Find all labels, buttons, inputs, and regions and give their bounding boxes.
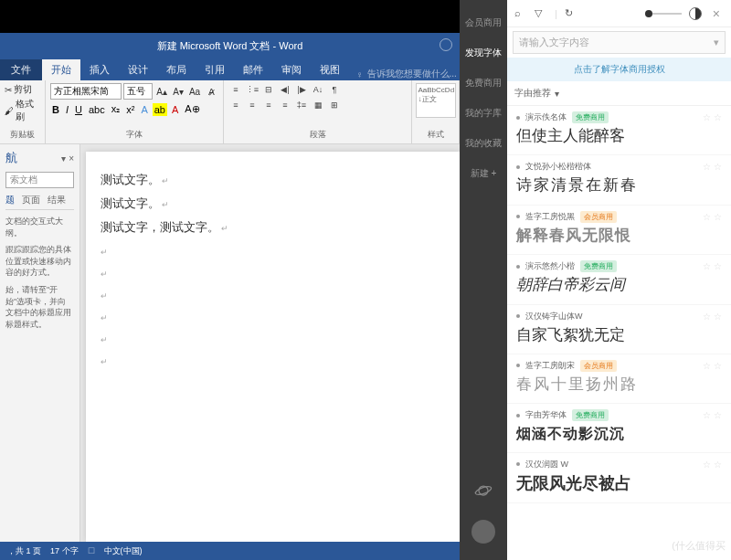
favorite-stars[interactable]: ☆ ☆ [703,312,722,322]
tab-references[interactable]: 引用 [196,59,234,80]
clear-format-button[interactable]: A̷ [204,84,218,99]
text-effects-button[interactable]: A [139,103,149,116]
favorite-stars[interactable]: ☆ ☆ [703,261,722,271]
favorite-stars[interactable]: ☆ ☆ [703,410,722,420]
font-search-input[interactable]: 请输入文字内容 ▾ [513,31,726,54]
tab-design[interactable]: 设计 [119,59,157,80]
align-left-button[interactable]: ≡ [228,99,243,111]
nav-title: 航 ▾ × [5,150,74,166]
show-marks-button[interactable]: ¶ [327,83,342,96]
license-banner[interactable]: 点击了解字体商用授权 [507,58,731,81]
license-badge: 会员商用 [580,211,617,223]
change-case-button[interactable]: Aa [187,84,202,99]
font-list-item[interactable]: 汉仪润圆 W ☆ ☆ 无限风光尽被占 [507,453,731,504]
status-page[interactable]: ，共 1 页 [7,545,41,557]
multilevel-button[interactable]: ⊟ [261,83,276,96]
nav-help-text-1: 文档的交互式大纲。 [5,216,74,238]
font-list-item[interactable]: 汉仪铸字山体W ☆ ☆ 自家飞絮犹无定 [507,305,731,354]
filter-dropdown[interactable]: 字由推荐 ▾ [507,81,731,106]
decrease-indent-button[interactable]: ◀| [278,83,292,96]
refresh-icon[interactable]: ↻ [565,7,577,20]
increase-indent-button[interactable]: |▶ [294,83,309,96]
tab-insert[interactable]: 插入 [80,59,119,80]
lightbulb-icon: ♀ [356,69,364,79]
shading-button[interactable]: ▦ [311,99,325,111]
font-list-item[interactable]: 造字工房悦黑 会员商用 ☆ ☆ 解释春风无限恨 [507,206,731,255]
favorite-stars[interactable]: ☆ ☆ [703,212,722,222]
sidebar-item-new[interactable]: 新建 + [467,160,501,186]
font-list-item[interactable]: 字由芳华体 免费商用 ☆ ☆ 烟涵不动影沉沉 [507,404,731,452]
subscript-button[interactable]: x₂ [110,102,122,116]
shrink-font-button[interactable]: A▾ [171,84,185,99]
font-list-item[interactable]: 演示悠然小楷 免费商用 ☆ ☆ 朝辞白帝彩云间 [507,255,731,304]
sidebar-item-member[interactable]: 会员商用 [461,9,505,36]
tab-review[interactable]: 审阅 [272,59,311,80]
favorite-stars[interactable]: ☆ ☆ [703,361,722,371]
font-list-item[interactable]: 造字工房朗宋 会员商用 ☆ ☆ 春风十里扬州路 [507,354,731,404]
tell-me-search[interactable]: ♀ 告诉我您想要做什么... [349,68,460,80]
nav-dropdown-icon[interactable]: ▾ × [61,153,74,164]
sidebar-item-favorites[interactable]: 我的收藏 [461,130,505,156]
format-painter-button[interactable]: 🖌格式刷 [5,98,40,123]
status-words[interactable]: 17 个字 [50,545,79,557]
align-right-button[interactable]: ≡ [261,99,276,111]
contrast-toggle[interactable] [689,7,702,20]
nav-help-text-2: 跟踪跟踪您的具体位置或快速移动内容的好方式。 [5,244,74,279]
favorite-stars[interactable]: ☆ ☆ [703,162,722,172]
phonetic-guide-button[interactable]: A⊕ [183,102,201,116]
justify-button[interactable]: ≡ [278,99,292,111]
planet-icon[interactable] [472,480,494,502]
tab-home[interactable]: 开始 [42,59,80,80]
sort-button[interactable]: A↓ [311,83,325,96]
sidebar-item-discover[interactable]: 发现字体 [461,39,505,66]
user-avatar[interactable] [471,520,495,544]
nav-tab-headings[interactable]: 题 [5,194,15,206]
favorite-stars[interactable]: ☆ ☆ [703,112,722,122]
grow-font-button[interactable]: A▴ [154,84,169,99]
size-slider[interactable] [645,13,682,15]
doc-empty-line [101,327,445,349]
tab-layout[interactable]: 布局 [157,59,196,80]
align-center-button[interactable]: ≡ [245,99,260,111]
font-list: 演示佚名体 免费商用 ☆ ☆ 但使主人能醉客 文悦孙小松楷楷体 ☆ ☆ 诗家清景… [507,106,731,560]
font-name-label: 汉仪铸字山体W [525,311,583,322]
italic-button[interactable]: I [64,103,70,116]
superscript-button[interactable]: x² [124,103,136,116]
filter-icon[interactable]: ▽ [535,7,547,20]
font-name-select[interactable] [50,83,122,100]
document-canvas[interactable]: 测试文字。 测试文字。 测试文字，测试文字。 [86,152,460,542]
font-color-button[interactable]: A [170,103,180,116]
font-list-item[interactable]: 文悦孙小松楷楷体 ☆ ☆ 诗家清景在新春 [507,155,731,205]
favorite-stars[interactable]: ☆ ☆ [703,460,722,470]
sidebar-item-library[interactable]: 我的字库 [461,100,505,126]
nav-tab-results[interactable]: 结果 [48,194,66,206]
font-name-label: 造字工房朗宋 [525,360,575,372]
strikethrough-button[interactable]: abc [87,103,107,116]
tab-file[interactable]: 文件 [0,59,42,80]
sidebar-item-free[interactable]: 免费商用 [461,69,505,96]
font-preview-text: 朝辞白帝彩云间 [516,276,722,294]
borders-button[interactable]: ⊞ [327,99,342,111]
nav-tab-pages[interactable]: 页面 [22,194,40,206]
bullets-button[interactable]: ≡ [228,83,243,96]
scissors-icon: ✂ [5,85,12,95]
underline-button[interactable]: U [73,103,84,116]
tab-view[interactable]: 视图 [311,59,349,80]
nav-search-input[interactable] [5,172,74,188]
bold-button[interactable]: B [50,103,61,116]
dot-icon [516,414,520,417]
close-icon[interactable]: × [709,6,724,21]
font-list-item[interactable]: 演示佚名体 免费商用 ☆ ☆ 但使主人能醉客 [507,106,731,155]
font-group: A▴ A▾ Aa A̷ B I U abc x₂ x² A ab A A⊕ [46,80,224,143]
cut-button[interactable]: ✂剪切 [5,83,40,96]
style-normal-preview[interactable]: AaBbCcDd ↓正文 [416,83,456,118]
status-language[interactable]: 中文(中国) [104,545,143,557]
highlight-button[interactable]: ab [153,103,167,116]
numbering-button[interactable]: ⋮≡ [245,83,260,96]
line-spacing-button[interactable]: ‡≡ [294,99,309,111]
search-icon[interactable]: ⌕ [514,7,527,20]
font-size-select[interactable] [123,83,153,100]
help-icon[interactable] [440,38,452,51]
tab-mailings[interactable]: 邮件 [234,59,272,80]
doc-empty-line [101,261,445,283]
